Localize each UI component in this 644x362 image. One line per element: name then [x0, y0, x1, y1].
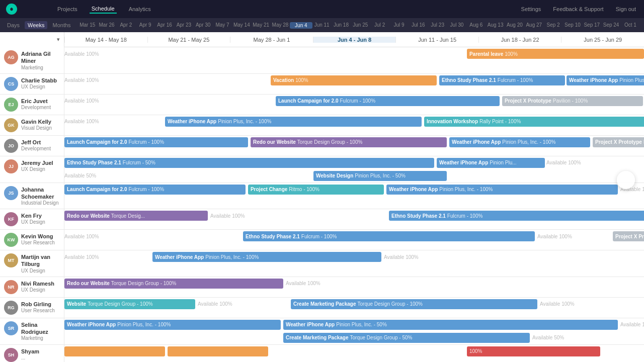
task-bar[interactable]: Create Marketing PackageTorque Design Gr…	[291, 299, 537, 309]
nav-item-schedule[interactable]: Schedule	[90, 5, 117, 14]
person-role: Marketing	[21, 65, 60, 70]
person-name: Gavin Kelly	[21, 118, 60, 125]
person-row-5: JJJeremy JuelUX DesignEthno Study Phase …	[0, 156, 644, 183]
schedule-rows: Launch Campaign for 2.0Fulcrum - 100%Pro…	[64, 183, 644, 209]
person-name: Jeff Ort	[21, 139, 60, 146]
task-bar[interactable]: Create Marketing PackageTorque Design Gr…	[283, 333, 530, 343]
person-info: RGRob GirlingUser Research	[0, 298, 64, 318]
task-bar[interactable]: Weather iPhone AppPinion Plus, Inc. - 10…	[567, 75, 644, 85]
task-bar[interactable]: 100%	[467, 346, 600, 356]
task-bar[interactable]: Parental leave100%	[467, 49, 644, 59]
task-bar[interactable]: WebsiteTorque Design Group - 100%	[64, 299, 195, 309]
task-bar[interactable]: Project ChangeRitmo - 100%	[248, 185, 384, 195]
task-bar[interactable]: Weather iPhone AppPinion Plus, Inc. - 50…	[283, 320, 618, 330]
task-bar[interactable]: Ethno Study Phase 2.1Fulcrum - 100%	[439, 75, 565, 85]
task-bar[interactable]: Innovation WorkshopRally Point - 100%	[424, 117, 644, 127]
task-bar[interactable]: Ethno Study Phase 2.1Fulcrum - 100%	[243, 231, 535, 241]
person-role: Industrial Design	[21, 200, 60, 206]
week-headers: May 14 - May 18 May 21 - May 25 May 28 -…	[64, 37, 644, 43]
task-bar[interactable]: Project X PrototypePavilion - 100...	[613, 231, 644, 241]
view-toggle: Days Weeks Months	[4, 21, 74, 29]
avatar: CS	[4, 77, 18, 91]
company-logo[interactable]	[6, 4, 17, 15]
task-bar[interactable]: Weather iPhone AppPinion Plus, Inc. - 10…	[449, 137, 590, 147]
person-name: Adriana Gil Miner	[21, 50, 60, 65]
feedback-link[interactable]: Feedback & Support	[551, 5, 605, 13]
view-days[interactable]: Days	[4, 21, 23, 29]
schedule-rows: Available 100%Weather iPhone AppPinion P…	[64, 250, 644, 277]
available-text: Available 50%	[64, 173, 311, 178]
company-name	[27, 8, 31, 10]
task-bar[interactable]	[168, 346, 268, 356]
task-bar[interactable]: Weather iPhone AppPinion Plus, Inc. - 10…	[64, 320, 281, 330]
filter-select[interactable]: ▾	[0, 32, 64, 47]
nav-item-analytics[interactable]: Analytics	[127, 5, 153, 13]
task-bar[interactable]: Ethno Study Phase 2.1Fulcrum - 100%	[389, 211, 644, 221]
available-text: Available 100%	[64, 98, 276, 104]
task-bar[interactable]: Project X PrototypePavi...	[593, 137, 644, 147]
person-info: JJJeremy JuelUX Design	[0, 156, 64, 183]
person-role: Development	[21, 105, 60, 110]
week-may28: May 28 - Jun 1	[230, 37, 313, 43]
schedule-line-0: 100%	[64, 345, 644, 358]
date-jun11: Jun 11	[312, 22, 332, 29]
person-row-11: RGRob GirlingUser ResearchWebsiteTorque …	[0, 298, 644, 318]
date-jul2: Jul 2	[370, 22, 389, 29]
task-bar[interactable]: Redo our WebsiteTorque Design Group - 10…	[64, 279, 283, 289]
avatar: NR	[4, 280, 18, 294]
task-bar[interactable]: Weather iPhone AppPinion Plu...	[437, 158, 545, 168]
filter-dropdown-icon: ▾	[57, 36, 60, 43]
task-bar[interactable]: Launch Campaign for 2.0Fulcrum - 100%	[64, 137, 248, 147]
date-sep17: Sep 17	[582, 22, 601, 29]
date-sep2: Sep 2	[543, 22, 562, 29]
schedule-rows: Available 100%Parental leave100%	[64, 47, 644, 73]
person-row-0: AGAdriana Gil MinerMarketingAvailable 10…	[0, 47, 644, 74]
avatar: JO	[4, 139, 18, 153]
task-bar[interactable]: Redo our WebsiteTorque Design Group - 10…	[251, 137, 447, 147]
date-aug13: Aug 13	[486, 22, 505, 29]
person-name: Kevin Wong	[21, 233, 60, 240]
person-name: Martijn van Tilburg	[21, 253, 60, 268]
nav-right-actions: Settings Feedback & Support Sign out	[519, 5, 638, 13]
person-info: EJEric JuvetDevelopment	[0, 95, 64, 115]
avatar: KW	[4, 233, 18, 247]
schedule-rows: Launch Campaign for 2.0Fulcrum - 100%Red…	[64, 136, 644, 156]
view-months[interactable]: Months	[49, 21, 73, 29]
task-bar[interactable]: Project X PrototypePavilion - 100%	[502, 96, 643, 106]
task-bar[interactable]: Vacation100%	[271, 75, 437, 85]
task-bar[interactable]: Weather iPhone AppPinion Plus, Inc. - 10…	[165, 117, 422, 127]
signout-link[interactable]: Sign out	[614, 5, 638, 13]
task-bar[interactable]: Ethno Study Phase 2.1Fulcrum - 50%	[64, 158, 434, 168]
person-row-7: KFKen FryUX DesignRedo our WebsiteTorque…	[0, 209, 644, 230]
schedule-line-0: Available 100%Parental leave100%	[64, 47, 644, 60]
avatar: AG	[4, 50, 18, 64]
person-info: GKGavin KellyVisual Design	[0, 115, 64, 135]
nav-item-projects[interactable]: Projects	[55, 5, 79, 13]
person-info: NRNivi RameshUX Design	[0, 277, 64, 297]
week-jun25: Jun 25 - Jun 29	[561, 37, 644, 43]
schedule-rows: Available 100%Ethno Study Phase 2.1Fulcr…	[64, 230, 644, 250]
person-role: Development	[21, 146, 60, 151]
task-bar[interactable]: Launch Campaign for 2.0Fulcrum - 100%	[276, 96, 500, 106]
task-bar[interactable]	[64, 346, 165, 356]
person-role: User Research	[21, 308, 60, 313]
schedule-line-0: Weather iPhone AppPinion Plus, Inc. - 10…	[64, 318, 644, 331]
person-row-8: KWKevin WongUser ResearchAvailable 100%E…	[0, 230, 644, 250]
task-bar[interactable]: Launch Campaign for 2.0Fulcrum - 100%	[64, 185, 246, 195]
drag-handle[interactable]	[617, 171, 635, 189]
available-text: Available 100%	[198, 301, 288, 307]
task-bar[interactable]: Weather iPhone AppPinion Plus, Inc. - 10…	[386, 185, 618, 195]
schedule-rows: Available 100%Vacation100%Ethno Study Ph…	[64, 74, 644, 94]
view-weeks[interactable]: Weeks	[25, 21, 47, 29]
schedule-line-0: Launch Campaign for 2.0Fulcrum - 100%Pro…	[64, 183, 644, 196]
person-info: JSJohanna SchoemakerIndustrial Design	[0, 183, 64, 209]
available-text: Available 100%	[64, 119, 165, 124]
task-bar[interactable]: Redo our WebsiteTorque Desig...	[64, 211, 208, 221]
person-row-4: JOJeff OrtDevelopmentLaunch Campaign for…	[0, 136, 644, 156]
task-bar[interactable]: Website DesignPinion Plus, Inc. - 50%	[313, 171, 447, 181]
settings-link[interactable]: Settings	[519, 5, 543, 13]
date-columns: Mar 15 Mar 26 Apr 2 Apr 9 Apr 16 Apr 23 …	[78, 22, 640, 29]
available-text: Available 100%	[546, 160, 644, 165]
person-name: Nivi Ramesh	[21, 280, 60, 287]
task-bar[interactable]: Weather iPhone AppPinion Plus, Inc. - 10…	[152, 252, 381, 262]
